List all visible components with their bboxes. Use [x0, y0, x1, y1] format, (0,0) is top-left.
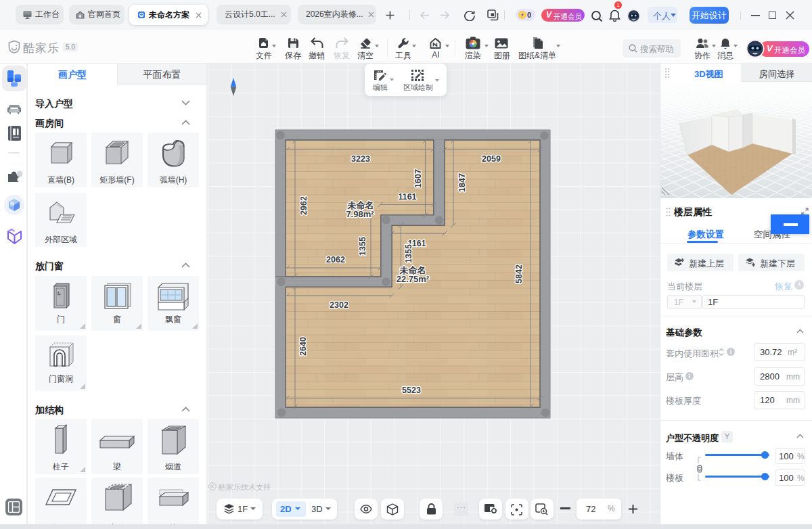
- svg-text:1355: 1355: [358, 237, 367, 256]
- svg-text:2640: 2640: [298, 337, 308, 356]
- svg-text:22.75m²: 22.75m²: [397, 274, 430, 284]
- svg-text:2302: 2302: [330, 300, 348, 310]
- svg-text:2062: 2062: [326, 255, 345, 264]
- svg-text:5523: 5523: [402, 386, 421, 395]
- svg-text:3223: 3223: [351, 154, 370, 164]
- svg-text:1355: 1355: [404, 244, 413, 263]
- svg-text:1161: 1161: [398, 192, 416, 202]
- svg-text:5842: 5842: [514, 264, 524, 283]
- svg-text:2059: 2059: [482, 154, 501, 164]
- svg-text:1847: 1847: [457, 173, 467, 192]
- svg-text:1607: 1607: [413, 169, 423, 188]
- svg-text:7.98m²: 7.98m²: [346, 209, 374, 219]
- svg-text:2962: 2962: [299, 196, 309, 215]
